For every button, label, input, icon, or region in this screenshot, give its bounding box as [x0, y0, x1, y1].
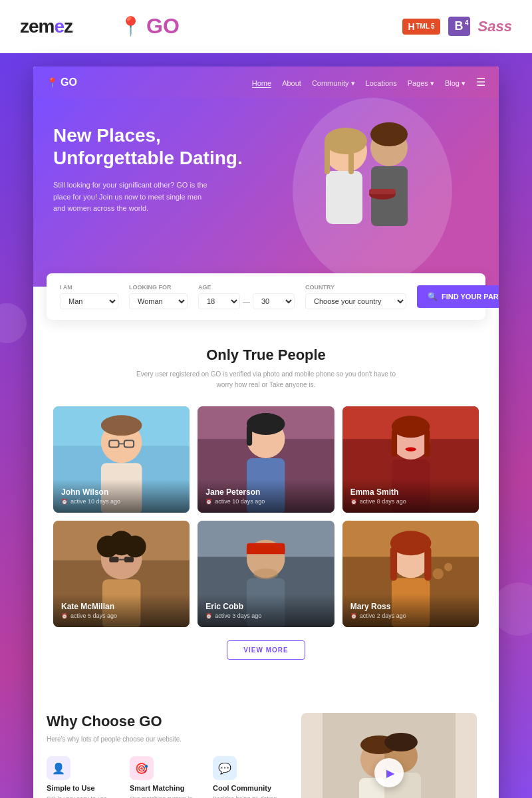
nav-link-about[interactable]: About — [282, 79, 301, 87]
search-bar: I am Man Woman Looking for Woman Man Age… — [47, 273, 485, 320]
why-title: Why Choose GO — [47, 713, 288, 730]
hero-title: New Places, Unforgettable Dating. — [53, 124, 246, 169]
svg-rect-5 — [348, 141, 354, 174]
find-partner-button[interactable]: 🔍 FIND YOUR PARTNER — [417, 285, 499, 308]
find-button-label: FIND YOUR PARTNER — [442, 293, 499, 301]
feature-simple: 👤 Simple to Use GO is very easy to use -… — [47, 756, 122, 798]
feature-matching: 🎯 Smart Matching Our matching system is … — [130, 756, 205, 798]
feature-desc-matching: Our matching system is based on geolocat… — [130, 795, 205, 798]
svg-point-66 — [384, 733, 418, 751]
person-active-eric: active 3 days ago — [205, 612, 326, 619]
why-choose-section: Why Choose GO Here's why lots of people … — [33, 686, 499, 798]
person-card-eric-cobb[interactable]: Eric Cobb active 3 days ago — [198, 521, 334, 627]
feature-desc-community: Besides being #1 dating service, we have… — [213, 795, 288, 798]
i-am-select[interactable]: Man Woman — [60, 293, 118, 309]
feature-icon-simple: 👤 — [47, 756, 70, 780]
nav-item-pages[interactable]: Pages ▾ — [408, 76, 434, 88]
svg-point-8 — [370, 122, 408, 146]
nav-links: Home About Community ▾ Locations Pages ▾… — [252, 76, 485, 88]
people-section-title: Only True People — [47, 346, 485, 364]
person-active-emma: active 8 days ago — [350, 498, 471, 505]
feature-desc-simple: GO is very easy to use - just choose you… — [47, 795, 122, 798]
person-name-john: John Wilson — [61, 487, 182, 497]
svg-point-18 — [101, 415, 142, 436]
tech-badges: H TML 5 B4 Sass — [402, 17, 512, 36]
person-card-kate-mcmillan[interactable]: Kate McMillan active 5 days ago — [53, 521, 190, 627]
go-logo-top: 📍 GO — [119, 14, 180, 39]
nav-link-blog[interactable]: Blog ▾ — [445, 79, 466, 87]
nav-hamburger[interactable]: ☰ — [476, 76, 485, 88]
feature-title-simple: Simple to Use — [47, 784, 122, 792]
age-field: Age 18202530 — 30354045 — [198, 284, 295, 309]
country-select[interactable]: Choose your country United States United… — [305, 293, 406, 309]
person-name-jane: Jane Peterson — [205, 487, 326, 497]
age-max-select[interactable]: 30354045 — [253, 293, 295, 309]
looking-for-field: Looking for Woman Man — [129, 284, 188, 309]
svg-rect-32 — [424, 430, 430, 457]
svg-rect-56 — [390, 547, 397, 581]
svg-rect-4 — [325, 141, 330, 174]
person-name-mary: Mary Ross — [350, 602, 471, 611]
person-overlay-kate: Kate McMillan active 5 days ago — [53, 594, 190, 627]
age-range: 18202530 — 30354045 — [198, 293, 295, 309]
country-field: Country Choose your country United State… — [305, 284, 406, 309]
site-nav: 📍 GO Home About Community ▾ Locations Pa… — [33, 66, 499, 98]
person-overlay-jane: Jane Peterson active 10 days ago — [198, 479, 334, 513]
nav-pin-icon: 📍 — [47, 77, 58, 88]
feature-icon-community: 💬 — [213, 756, 237, 780]
person-overlay-mary: Mary Ross active 2 days ago — [342, 594, 479, 627]
nav-item-about[interactable]: About — [282, 76, 301, 88]
svg-point-59 — [444, 563, 452, 571]
zemes-logo: zemez — [20, 16, 72, 37]
view-more-button[interactable]: VIEW MORE — [227, 640, 305, 660]
page-wrapper: 📍 GO Home About Community ▾ Locations Pa… — [0, 53, 532, 798]
looking-for-select[interactable]: Woman Man — [129, 293, 188, 309]
nav-link-locations[interactable]: Locations — [366, 79, 397, 87]
people-section-subtitle: Every user registered on GO is verified … — [133, 369, 399, 390]
hero-content: New Places, Unforgettable Dating. Still … — [33, 98, 266, 287]
features-grid: 👤 Simple to Use GO is very easy to use -… — [47, 756, 288, 798]
person-card-mary-ross[interactable]: Mary Ross active 2 days ago — [342, 521, 479, 627]
svg-point-50 — [254, 569, 279, 579]
person-name-emma: Emma Smith — [350, 487, 471, 497]
person-card-emma-smith[interactable]: Emma Smith active 8 days ago — [342, 406, 479, 513]
person-overlay-emma: Emma Smith active 8 days ago — [342, 479, 479, 513]
hero-image — [266, 98, 499, 287]
feature-community: 💬 Cool Community Besides being #1 dating… — [213, 756, 288, 798]
bootstrap-badge: B4 — [448, 17, 470, 36]
site-preview: 📍 GO Home About Community ▾ Locations Pa… — [33, 66, 499, 798]
why-subtitle: Here's why lots of people choose our web… — [47, 735, 288, 743]
feature-title-community: Cool Community — [213, 784, 288, 792]
sass-badge: Sass — [478, 18, 512, 35]
nav-item-community[interactable]: Community ▾ — [312, 76, 355, 88]
age-min-select[interactable]: 18202530 — [198, 293, 240, 309]
looking-for-label: Looking for — [129, 284, 188, 291]
person-name-kate: Kate McMillan — [61, 602, 182, 611]
nav-item-home[interactable]: Home — [252, 76, 271, 88]
people-grid: John Wilson active 10 days ago — [47, 406, 485, 627]
nav-link-home[interactable]: Home — [252, 79, 271, 88]
play-button[interactable] — [374, 758, 404, 787]
person-active-john: active 10 days ago — [61, 498, 182, 505]
svg-point-33 — [405, 448, 416, 452]
person-active-mary: active 2 days ago — [350, 612, 471, 619]
person-card-jane-peterson[interactable]: Jane Peterson active 10 days ago — [198, 406, 334, 513]
nav-link-pages[interactable]: Pages ▾ — [408, 79, 434, 87]
svg-rect-2 — [326, 171, 362, 224]
i-am-field: I am Man Woman — [60, 284, 118, 309]
svg-point-30 — [392, 416, 430, 438]
svg-rect-24 — [261, 413, 271, 427]
people-section: Only True People Every user registered o… — [33, 320, 499, 686]
nav-item-locations[interactable]: Locations — [366, 76, 397, 88]
nav-item-blog[interactable]: Blog ▾ — [445, 76, 466, 88]
svg-rect-41 — [109, 557, 118, 562]
country-label: Country — [305, 284, 406, 291]
hero-couple-illustration — [266, 98, 452, 284]
nav-link-community[interactable]: Community ▾ — [312, 79, 355, 87]
html5-badge: H TML 5 — [402, 19, 440, 35]
person-card-john-wilson[interactable]: John Wilson active 10 days ago — [53, 406, 190, 513]
svg-rect-49 — [247, 549, 285, 554]
svg-point-40 — [124, 536, 146, 558]
person-name-eric: Eric Cobb — [205, 602, 326, 611]
svg-rect-10 — [369, 189, 396, 194]
